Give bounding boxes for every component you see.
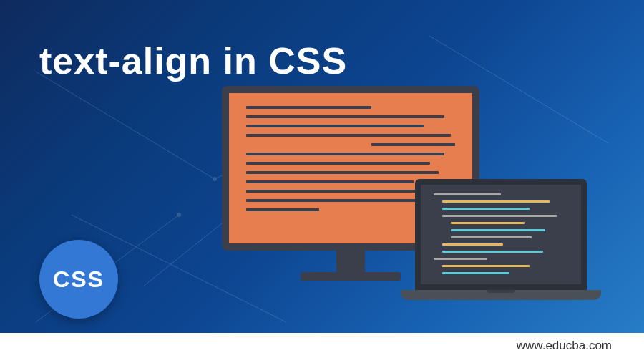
laptop-base xyxy=(401,290,601,300)
page-title: text-align in CSS xyxy=(39,39,347,82)
text-line xyxy=(246,153,444,155)
css-badge: CSS xyxy=(39,240,118,319)
text-line xyxy=(246,171,439,174)
code-line xyxy=(451,222,525,224)
text-line xyxy=(246,125,424,127)
monitor-stand xyxy=(336,251,365,272)
code-line xyxy=(442,251,543,253)
css-badge-text: CSS xyxy=(53,266,104,293)
text-line xyxy=(246,134,451,137)
monitor-base xyxy=(301,272,401,281)
svg-point-12 xyxy=(177,213,181,217)
text-line xyxy=(246,180,414,183)
code-line xyxy=(442,243,503,246)
text-line xyxy=(246,208,319,211)
text-line xyxy=(371,143,455,146)
code-line xyxy=(451,229,545,231)
website-url: www.educba.com xyxy=(517,339,612,353)
code-line xyxy=(442,200,550,203)
code-line xyxy=(434,193,501,195)
code-line xyxy=(442,215,557,217)
laptop-screen xyxy=(415,179,587,290)
svg-point-8 xyxy=(213,177,217,181)
svg-line-0 xyxy=(36,72,215,179)
laptop-illustration xyxy=(401,179,601,300)
footer-bar: www.educba.com xyxy=(0,333,644,358)
code-line xyxy=(442,265,530,267)
text-line xyxy=(246,199,424,202)
code-line xyxy=(451,236,532,238)
code-line xyxy=(434,258,487,260)
code-line xyxy=(442,208,530,210)
code-line xyxy=(442,272,509,274)
banner-container: text-align in CSS CSS xyxy=(0,0,644,358)
text-line xyxy=(246,106,371,109)
text-line xyxy=(246,115,444,118)
text-line xyxy=(246,162,430,165)
